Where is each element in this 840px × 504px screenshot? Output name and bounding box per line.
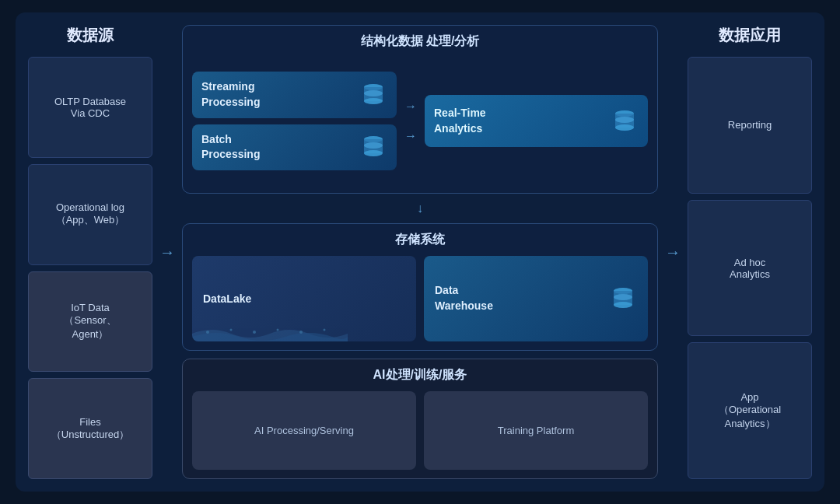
ai-title: AI处理/训练/服务	[192, 367, 648, 383]
realtime-db-icon	[611, 107, 639, 135]
source-oltp: OLTP Database Via CDC	[28, 57, 152, 158]
ai-training-label: Training Platform	[498, 425, 575, 436]
datalake-waves-icon	[192, 318, 348, 341]
warehouse-label: Data Warehouse	[435, 283, 493, 313]
svg-point-6	[364, 150, 383, 156]
middle-column: 结构化数据 处理/分析 Streaming Processing	[182, 25, 658, 479]
streaming-label: Streaming Processing	[201, 79, 260, 110]
main-diagram: 数据源 OLTP Database Via CDC Operational lo…	[16, 12, 824, 492]
ai-processing-box: AI Processing/Serving	[192, 391, 416, 470]
arrow-left-to-middle: →	[162, 25, 173, 479]
svg-point-12	[206, 331, 209, 334]
arrow-middle-to-right: →	[667, 25, 678, 479]
realtime-box: Real-Time Analytics	[425, 95, 648, 147]
svg-point-20	[614, 302, 632, 308]
app-operational: App （Operational Analytics）	[688, 342, 812, 479]
ai-training-box: Training Platform	[424, 391, 648, 470]
datasource-title: 数据源	[28, 25, 152, 46]
batch-db-icon	[359, 133, 387, 161]
svg-point-14	[253, 331, 256, 334]
streaming-db-icon	[359, 81, 387, 109]
batch-box: Batch Processing	[192, 124, 397, 170]
processing-inner: Streaming Processing Batch Processing	[192, 58, 648, 184]
svg-point-7	[364, 142, 383, 149]
left-column-datasource: 数据源 OLTP Database Via CDC Operational lo…	[28, 25, 152, 479]
storage-section: 存储系统 DataLake Data W	[182, 223, 658, 351]
storage-inner: DataLake Data Warehouse	[192, 256, 648, 341]
dataapp-title: 数据应用	[688, 25, 812, 46]
warehouse-db-icon	[609, 285, 637, 313]
svg-point-21	[614, 294, 632, 300]
proc-left-boxes: Streaming Processing Batch Processing	[192, 72, 397, 170]
svg-point-16	[299, 331, 303, 334]
source-oplog: Operational log （App、Web）	[28, 164, 152, 265]
arrows-to-realtime: → →	[404, 100, 417, 143]
down-arrow-proc-storage: ↓	[417, 201, 423, 215]
right-column-dataapp: 数据应用 Reporting Ad hoc Analytics App （Ope…	[688, 25, 812, 479]
svg-point-10	[615, 124, 634, 131]
svg-point-3	[364, 90, 383, 96]
ai-inner: AI Processing/Serving Training Platform	[192, 391, 648, 470]
svg-point-17	[324, 328, 326, 331]
app-adhoc: Ad hoc Analytics	[688, 200, 812, 337]
svg-point-13	[230, 328, 233, 331]
warehouse-box: Data Warehouse	[424, 256, 648, 341]
ai-section: AI处理/训练/服务 AI Processing/Serving Trainin…	[182, 359, 658, 479]
ai-processing-label: AI Processing/Serving	[254, 425, 354, 436]
streaming-box: Streaming Processing	[192, 72, 397, 117]
source-iot: IoT Data （Sensor、 Agent）	[28, 271, 152, 373]
processing-section: 结构化数据 处理/分析 Streaming Processing	[182, 25, 658, 194]
svg-point-2	[364, 98, 383, 104]
datalake-label: DataLake	[203, 292, 251, 305]
svg-point-15	[277, 328, 279, 331]
svg-point-11	[615, 117, 634, 123]
storage-title: 存储系统	[192, 232, 648, 248]
source-files: Files （Unstructured）	[28, 378, 152, 479]
processing-title: 结构化数据 处理/分析	[192, 33, 648, 50]
app-reporting: Reporting	[688, 57, 812, 194]
realtime-label: Real-Time Analytics	[434, 106, 486, 136]
datalake-box: DataLake	[192, 256, 416, 341]
batch-label: Batch Processing	[201, 132, 260, 163]
